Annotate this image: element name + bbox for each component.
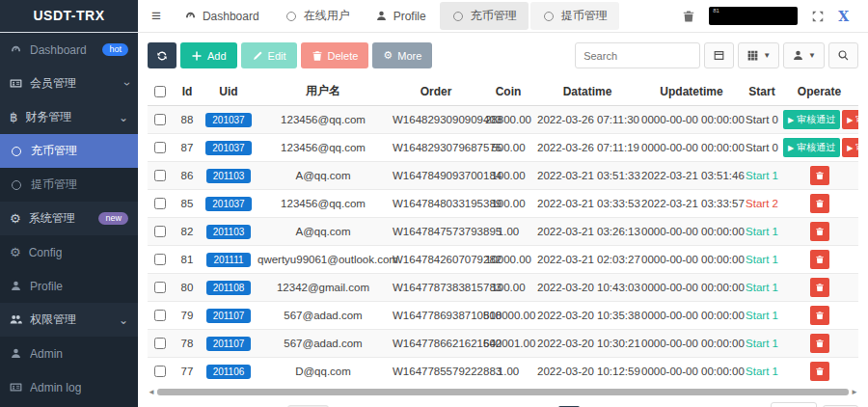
cell-datatime: 2022-03-26 07:11:30 xyxy=(535,106,639,134)
cell-order: W1647785579222883 xyxy=(391,358,481,386)
edit-button[interactable]: Edit xyxy=(241,42,297,68)
add-button[interactable]: Add xyxy=(180,42,237,68)
row-checkbox[interactable] xyxy=(154,282,166,293)
uid-badge[interactable]: 201108 xyxy=(206,281,252,295)
x-logo-icon[interactable]: X xyxy=(838,9,849,24)
uid-badge[interactable]: 201037 xyxy=(205,113,251,127)
sidebar-item-7[interactable]: ⚙Config xyxy=(0,235,138,269)
search-toggle-button[interactable] xyxy=(828,42,858,68)
cell-coin: 10000.00 xyxy=(481,246,535,274)
trash-icon[interactable] xyxy=(682,10,695,23)
delete-row-button[interactable] xyxy=(810,278,829,297)
user-icon xyxy=(10,347,22,360)
cell-datatime: 2022-03-20 10:30:21 xyxy=(535,330,639,358)
approve-button[interactable]: ▶审核通过 xyxy=(783,110,840,129)
sidebar-item-5[interactable]: 提币管理 xyxy=(0,168,138,202)
approve-button[interactable]: ▶审核通过 xyxy=(783,138,840,157)
nav-tab-1[interactable]: Dashboard xyxy=(173,2,271,30)
more-button[interactable]: ⚙More xyxy=(372,42,432,68)
play-icon: ▶ xyxy=(847,116,853,124)
column-header[interactable]: Start xyxy=(744,77,780,106)
select-all-checkbox[interactable] xyxy=(154,86,166,97)
delete-row-button[interactable] xyxy=(810,166,829,185)
uid-badge[interactable]: 201037 xyxy=(205,197,251,211)
delete-row-button[interactable] xyxy=(810,334,829,353)
cell-start: Start 1 xyxy=(744,302,780,330)
uid-badge[interactable]: 201037 xyxy=(205,141,251,155)
cell-start: Start 0 xyxy=(744,134,780,162)
row-checkbox[interactable] xyxy=(154,310,166,321)
column-header[interactable]: Updatetime xyxy=(639,77,744,106)
delete-row-button[interactable] xyxy=(810,194,829,213)
row-checkbox[interactable] xyxy=(154,338,166,349)
uid-badge[interactable]: 201106 xyxy=(206,365,252,379)
sidebar-item-2[interactable]: 会员管理‹ xyxy=(0,67,138,100)
delete-row-button[interactable] xyxy=(810,222,829,241)
row-checkbox[interactable] xyxy=(154,114,166,125)
page-jump-input[interactable] xyxy=(771,402,817,407)
reject-button[interactable]: ▶审核失败 xyxy=(842,110,858,129)
column-header[interactable]: Uid xyxy=(202,77,256,106)
sidebar-item-label: Config xyxy=(29,246,63,259)
row-checkbox[interactable] xyxy=(154,226,166,237)
cell-datatime: 2022-03-20 10:43:03 xyxy=(535,274,639,302)
columns-button[interactable]: ▼ xyxy=(738,42,779,68)
export-button[interactable]: ▼ xyxy=(783,42,825,68)
sidebar-item-10[interactable]: Admin xyxy=(0,337,138,370)
cell-id: 81 xyxy=(173,246,202,274)
sidebar-item-9[interactable]: 权限管理⌄ xyxy=(0,303,138,337)
chevron-down-icon: ▼ xyxy=(808,51,816,60)
cell-id: 79 xyxy=(173,302,202,330)
delete-row-button[interactable] xyxy=(810,306,829,325)
uid-badge[interactable]: 201103 xyxy=(206,225,252,239)
delete-row-button[interactable] xyxy=(810,362,829,381)
reject-button[interactable]: ▶审核失败 xyxy=(842,138,858,157)
delete-button[interactable]: Delete xyxy=(301,42,369,68)
sidebar-item-3[interactable]: ฿财务管理⌄ xyxy=(0,100,138,134)
uid-badge[interactable]: 201103 xyxy=(206,169,252,183)
horizontal-scrollbar[interactable]: ◄ ► xyxy=(148,388,858,397)
cell-username: 123456@qq.com xyxy=(256,190,391,218)
cell-select xyxy=(148,162,173,190)
fullscreen-icon[interactable] xyxy=(811,10,825,23)
uid-badge[interactable]: 201111 xyxy=(206,253,250,267)
column-header[interactable]: Coin xyxy=(481,77,535,106)
column-header[interactable]: Operate xyxy=(780,77,858,106)
row-checkbox[interactable] xyxy=(154,254,166,265)
row-checkbox[interactable] xyxy=(154,198,166,209)
uid-badge[interactable]: 201107 xyxy=(206,337,252,351)
sidebar-item-6[interactable]: ⚙系统管理new xyxy=(0,202,138,235)
table-row: 88201037123456@qq.comW164829309090940328… xyxy=(148,106,858,134)
uid-badge[interactable]: 201107 xyxy=(206,309,252,323)
refresh-button[interactable] xyxy=(148,42,176,68)
nav-tab-5[interactable]: 提币管理 xyxy=(530,2,619,30)
column-header[interactable]: Datatime xyxy=(535,77,639,106)
scroll-left-icon[interactable]: ◄ xyxy=(148,388,155,397)
sidebar-item-1[interactable]: Dashboardhot xyxy=(0,33,138,67)
row-checkbox[interactable] xyxy=(154,142,166,153)
sidebar-item-8[interactable]: Profile xyxy=(0,269,138,303)
card-view-button[interactable] xyxy=(704,42,734,68)
scrollbar-thumb[interactable] xyxy=(157,389,849,395)
sidebar-item-label: 提币管理 xyxy=(31,176,77,193)
row-checkbox[interactable] xyxy=(154,170,166,181)
nav-tab-2[interactable]: 在线用户 xyxy=(273,2,362,30)
search-input[interactable] xyxy=(575,42,700,68)
cell-updatetime: 0000-00-00 00:00:00 xyxy=(639,246,744,274)
nav-tab-4[interactable]: 充币管理 xyxy=(440,2,529,30)
table-row: 77201106D@qq.comW16477855792228831.00202… xyxy=(148,358,858,386)
cell-order: W1647787383815783 xyxy=(391,274,481,302)
sidebar-toggle-icon[interactable]: ≡ xyxy=(148,7,171,26)
column-header[interactable]: Order xyxy=(391,77,481,106)
scroll-right-icon[interactable]: ► xyxy=(851,388,858,397)
column-header[interactable]: Id xyxy=(173,77,202,106)
column-header[interactable]: 用户名 xyxy=(256,77,391,106)
navbar-tabs: Dashboard在线用户Profile充币管理提币管理 xyxy=(173,2,619,30)
sidebar-item-11[interactable]: Admin log xyxy=(0,370,138,404)
nav-tab-3[interactable]: Profile xyxy=(364,2,438,30)
delete-row-button[interactable] xyxy=(810,250,829,269)
sidebar-item-4[interactable]: 充币管理 xyxy=(0,134,138,168)
row-checkbox[interactable] xyxy=(154,366,166,377)
cell-id: 87 xyxy=(173,134,202,162)
trash-icon xyxy=(815,227,825,236)
